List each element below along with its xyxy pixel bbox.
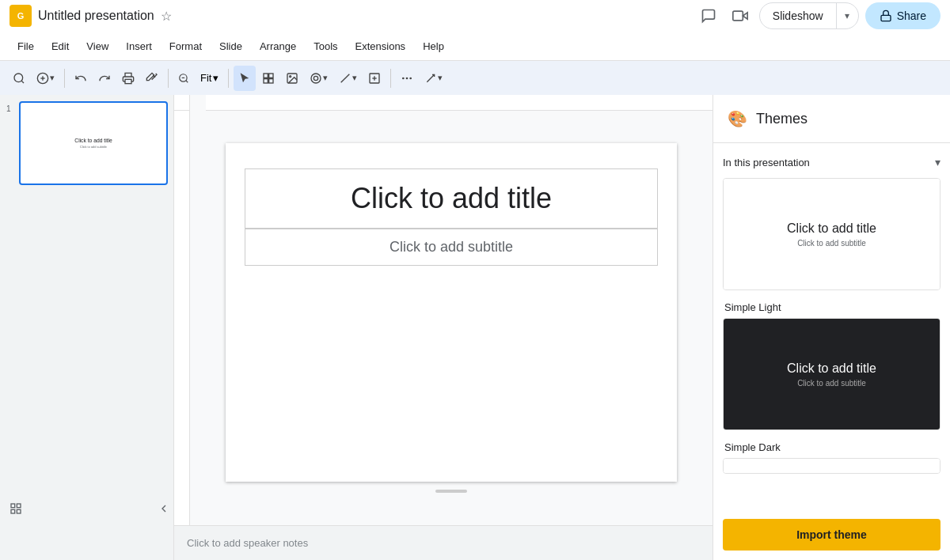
menu-insert[interactable]: Insert [118, 37, 160, 55]
ruler-corner [174, 95, 190, 111]
paint-format-button[interactable] [141, 66, 163, 91]
collapse-panel-button[interactable] [154, 499, 173, 520]
svg-rect-3 [733, 11, 743, 21]
grid-view-button[interactable] [6, 499, 25, 520]
theme-preview-dark-title: Click to add title [787, 361, 876, 376]
svg-point-27 [406, 77, 408, 79]
text-box-button[interactable] [363, 66, 386, 91]
ruler-horizontal [206, 95, 712, 111]
svg-rect-33 [17, 509, 21, 513]
slideshow-dropdown-button[interactable]: ▾ [836, 3, 858, 28]
import-theme-button[interactable]: Import theme [723, 519, 940, 551]
svg-rect-4 [881, 15, 891, 21]
zoom-select[interactable]: Fit ▾ [196, 70, 223, 85]
grid-view-button-area [6, 499, 25, 520]
theme-card-partial[interactable] [723, 458, 940, 474]
shape-tool-button[interactable]: ▾ [305, 66, 332, 91]
menu-extensions[interactable]: Extensions [348, 37, 414, 55]
slide-thumbnail-1[interactable]: Click to add title Click to add subtitle [19, 101, 168, 185]
svg-rect-17 [269, 78, 273, 82]
svg-line-6 [21, 81, 24, 83]
toolbar-separator-3 [228, 69, 229, 88]
svg-point-19 [290, 75, 291, 77]
svg-point-5 [14, 74, 23, 82]
menu-bar: File Edit View Insert Format Slide Arran… [0, 32, 950, 60]
slide-title-text: Click to add title [258, 182, 644, 215]
svg-rect-10 [125, 79, 131, 83]
speaker-notes-text: Click to add speaker notes [187, 537, 308, 549]
redo-button[interactable] [93, 66, 116, 91]
move-tool-button[interactable] [257, 66, 279, 91]
image-tool-button[interactable] [281, 66, 303, 91]
menu-slide[interactable]: Slide [211, 37, 250, 55]
toolbar-separator-2 [168, 69, 169, 88]
themes-section-label: In this presentation [723, 157, 810, 168]
slideshow-button[interactable]: Slideshow ▾ [759, 2, 859, 29]
ruler-vertical [174, 111, 190, 525]
menu-tools[interactable]: Tools [306, 37, 345, 55]
speaker-notes[interactable]: Click to add speaker notes [174, 525, 712, 560]
themes-content: In this presentation ▾ Click to add titl… [713, 143, 950, 513]
theme-card-simple-light[interactable]: Click to add title Click to add subtitle [723, 178, 940, 290]
slideshow-main-button[interactable]: Slideshow [760, 3, 836, 28]
sidebar-header: 🎨 Themes [713, 95, 950, 143]
theme-preview-light-subtitle: Click to add subtitle [797, 239, 866, 248]
zoom-out-button[interactable] [173, 66, 194, 91]
undo-button[interactable] [70, 66, 92, 91]
themes-section-header: In this presentation ▾ [723, 153, 940, 178]
svg-point-28 [410, 77, 412, 79]
search-toolbar-button[interactable] [8, 66, 30, 91]
share-button[interactable]: Share [865, 2, 940, 29]
slide-subtitle-box[interactable]: Click to add subtitle [245, 229, 658, 266]
menu-file[interactable]: File [10, 37, 42, 55]
svg-text:G: G [17, 11, 25, 21]
svg-rect-31 [17, 504, 21, 508]
svg-rect-16 [264, 78, 268, 82]
zoom-arrow: ▾ [213, 72, 218, 84]
svg-line-22 [341, 74, 350, 82]
canvas-area: Click to add title Click to add subtitle… [174, 95, 712, 560]
main-area: 1 Click to add title Click to add subtit… [0, 95, 950, 560]
svg-line-29 [428, 74, 435, 81]
menu-help[interactable]: Help [415, 37, 452, 55]
ruler-content: Click to add title Click to add subtitle [174, 111, 712, 525]
slide-canvas[interactable]: Click to add title Click to add subtitle [190, 111, 712, 525]
themes-section-arrow[interactable]: ▾ [935, 156, 940, 168]
share-label: Share [897, 9, 926, 22]
svg-point-21 [311, 74, 321, 83]
theme-preview-light-title: Click to add title [787, 221, 876, 236]
theme-card-simple-dark[interactable]: Click to add title Click to add subtitle [723, 318, 940, 430]
slide-frame[interactable]: Click to add title Click to add subtitle [226, 143, 677, 482]
theme-preview-light: Click to add title Click to add subtitle [724, 179, 940, 289]
print-button[interactable] [117, 66, 139, 91]
line-tool-button[interactable]: ▾ [334, 66, 362, 91]
video-icon-button[interactable] [728, 5, 753, 27]
svg-rect-32 [11, 509, 15, 513]
theme-name-simple-dark: Simple Dark [723, 437, 940, 458]
svg-rect-30 [11, 504, 15, 508]
themes-sidebar: 🎨 Themes In this presentation ▾ Click to… [712, 95, 950, 560]
theme-preview-dark: Click to add title Click to add subtitle [724, 319, 940, 429]
menu-edit[interactable]: Edit [44, 37, 77, 55]
themes-title: Themes [756, 111, 808, 127]
slide-number: 1 [6, 104, 16, 113]
menu-arrange[interactable]: Arrange [252, 37, 304, 55]
slide-title-box[interactable]: Click to add title [245, 168, 658, 229]
svg-point-26 [402, 77, 405, 79]
more-tools-button[interactable] [396, 66, 418, 91]
laser-pointer-button[interactable]: ▾ [420, 66, 447, 91]
svg-point-20 [314, 76, 318, 80]
slide-subtitle-text: Click to add subtitle [255, 239, 648, 255]
toolbar-separator-4 [390, 69, 391, 88]
chat-icon-button[interactable] [696, 5, 721, 27]
toolbar: ▾ Fit ▾ ▾ ▾ [0, 60, 950, 95]
add-button[interactable]: ▾ [32, 66, 59, 91]
menu-view[interactable]: View [78, 37, 116, 55]
presentation-title: Untitled presentation [38, 9, 154, 23]
title-bar: G Untitled presentation ☆ Slideshow ▾ Sh… [0, 0, 950, 32]
star-icon[interactable]: ☆ [161, 9, 172, 24]
palette-icon: 🎨 [726, 108, 748, 130]
slide-panel: 1 Click to add title Click to add subtit… [0, 95, 174, 560]
menu-format[interactable]: Format [162, 37, 210, 55]
select-tool-button[interactable] [234, 66, 256, 91]
